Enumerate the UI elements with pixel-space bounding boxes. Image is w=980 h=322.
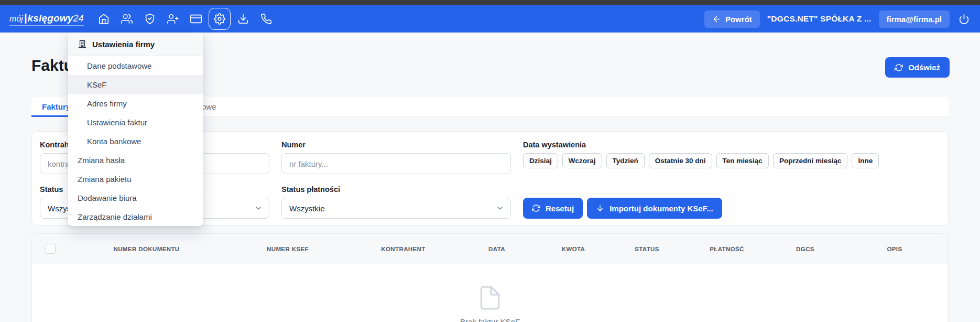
col-opis: OPIS (842, 246, 947, 252)
import-ksef-button-label: Importuj dokumenty KSeF... (609, 204, 713, 213)
refresh-button[interactable]: Odśwież (885, 57, 950, 78)
document-icon (477, 285, 503, 311)
company-name[interactable]: "DGCS.NET" SPÓŁKA Z ... (767, 14, 872, 24)
menu-item-zmiana-hasla[interactable]: Zmiana hasła (68, 151, 203, 169)
logo-bar: | (24, 12, 27, 24)
refresh-button-label: Odśwież (908, 63, 940, 72)
credit-card-icon[interactable] (184, 8, 208, 29)
numer-input[interactable] (281, 153, 511, 174)
logo-suffix: 24 (73, 13, 84, 24)
chevron-down-icon (496, 204, 504, 212)
select-all-checkbox[interactable] (46, 244, 56, 254)
logo-prefix: mój (9, 14, 23, 24)
logout-power-icon[interactable] (957, 12, 971, 26)
menu-item-adres-firmy[interactable]: Adres firmy (68, 94, 203, 113)
chip-dzisiaj[interactable]: Dzisiaj (523, 153, 558, 168)
topbar-right: Powrót "DGCS.NET" SPÓŁKA Z ... firma@fir… (704, 10, 971, 28)
phone-icon[interactable] (255, 8, 278, 29)
user-plus-icon[interactable] (161, 8, 184, 29)
status-platnosci-label: Status płatności (281, 185, 511, 194)
numer-label: Numer (281, 141, 511, 149)
refresh-icon (532, 204, 540, 212)
back-button-label: Powrót (725, 15, 752, 24)
settings-dropdown-menu: Ustawienia firmy Dane podstawowe KSeF Ad… (68, 33, 203, 226)
col-platnosc: PŁATNOŚĆ (685, 246, 768, 252)
app-logo[interactable]: mój|księgowy24 (9, 12, 84, 26)
back-button[interactable]: Powrót (704, 10, 760, 28)
table-header-row: NUMER DOKUMENTU NUMER KSEF KONTRAHENT DA… (32, 234, 948, 264)
chip-ten-miesiac[interactable]: Ten miesiąc (716, 153, 769, 168)
settings-menu-header: Ustawienia firmy (68, 33, 203, 56)
filter-actions: Resetuj Importuj dokumenty KSeF... (523, 185, 940, 219)
data-wystawienia-label: Data wystawienia (523, 141, 940, 149)
chip-poprzedni-miesiac[interactable]: Poprzedni miesiąc (773, 153, 848, 168)
chip-wczoraj[interactable]: Wczoraj (562, 153, 602, 168)
arrow-left-icon (712, 15, 721, 24)
menu-item-dane-podstawowe[interactable]: Dane podstawowe (68, 56, 203, 75)
import-ksef-button[interactable]: Importuj dokumenty KSeF... (587, 198, 722, 219)
empty-state: Brak faktur KSeF (32, 264, 948, 322)
settings-menu-header-label: Ustawienia firmy (92, 40, 155, 49)
logo-main: księgowy (27, 13, 73, 24)
menu-item-dodawanie-biura[interactable]: Dodawanie biura (68, 188, 203, 207)
users-icon[interactable] (115, 8, 138, 29)
col-kwota: KWOTA (538, 246, 608, 252)
menu-item-konta-bankowe[interactable]: Konta bankowe (68, 132, 203, 151)
chip-ostatnie-30-dni[interactable]: Ostatnie 30 dni (649, 153, 712, 168)
filter-data-wystawienia: Data wystawienia Dzisiaj Wczoraj Tydzień… (523, 141, 940, 174)
col-status: STATUS (608, 246, 685, 252)
status-platnosci-select[interactable]: Wszystkie (281, 198, 511, 219)
filter-status-platnosci: Status płatności Wszystkie (281, 185, 511, 219)
arrow-down-icon (596, 204, 604, 212)
settings-icon[interactable] (209, 8, 231, 30)
download-icon[interactable] (232, 8, 255, 29)
chip-tydzien[interactable]: Tydzień (606, 153, 645, 168)
filter-numer: Numer (281, 141, 511, 174)
col-kontrahent: KONTRAHENT (351, 246, 455, 252)
col-numer-ksef: NUMER KSEF (224, 246, 351, 252)
menu-item-zarzadzanie-dzialami[interactable]: Zarządzanie działami (68, 207, 203, 226)
date-range-chips: Dzisiaj Wczoraj Tydzień Ostatnie 30 dni … (523, 153, 940, 168)
building-icon (78, 39, 87, 49)
menu-item-ustawienia-faktur[interactable]: Ustawienia faktur (68, 113, 203, 132)
topbar-nav (92, 8, 278, 30)
empty-state-text: Brak faktur KSeF (460, 317, 520, 322)
menu-item-ksef[interactable]: KSeF (68, 75, 203, 94)
chip-inne[interactable]: Inne (852, 153, 879, 168)
col-dgcs: DGCS (768, 246, 842, 252)
menu-item-zmiana-pakietu[interactable]: Zmiana pakietu (68, 169, 203, 188)
reset-button-label: Resetuj (546, 204, 574, 213)
col-numer-dokumentu: NUMER DOKUMENTU (69, 246, 224, 252)
topbar: mój|księgowy24 Powrót " (0, 5, 980, 33)
col-data: DATA (455, 246, 538, 252)
invoices-table: NUMER DOKUMENTU NUMER KSEF KONTRAHENT DA… (31, 233, 949, 322)
window-chrome-strip (0, 0, 980, 5)
refresh-icon (895, 63, 903, 72)
home-icon[interactable] (92, 8, 115, 29)
reset-button[interactable]: Resetuj (523, 198, 583, 219)
shield-check-icon[interactable] (138, 8, 161, 29)
chevron-down-icon (254, 204, 263, 212)
account-email-button[interactable]: firma@firma.pl (879, 10, 950, 28)
status-platnosci-select-value: Wszystkie (281, 198, 511, 219)
